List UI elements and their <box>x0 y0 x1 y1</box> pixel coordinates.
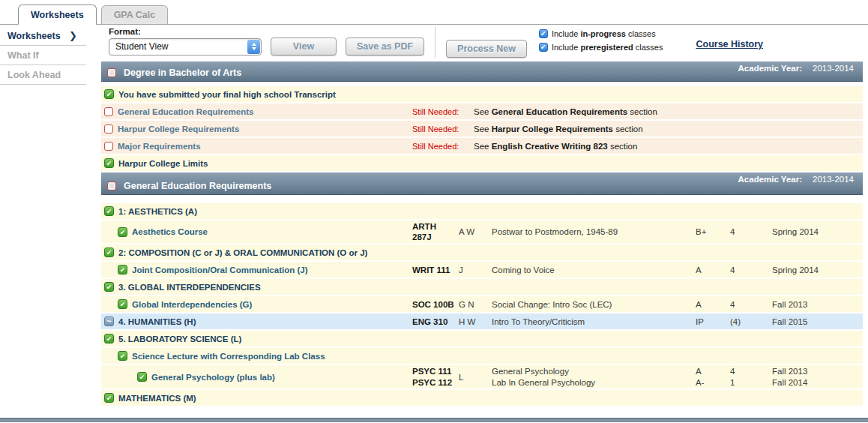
course-title: Social Change: Intro Soc (LEC) <box>492 299 691 310</box>
course-title: Coming to Voice <box>492 265 691 275</box>
include-option-label: Include preregistered classes <box>552 43 663 52</box>
status-complete-icon: ✔ <box>118 227 127 237</box>
course-grade: IP <box>696 316 726 327</box>
requirement-label-cell: ✔Joint Composition/Oral Communication (J… <box>101 265 412 274</box>
academic-year-label: Academic Year: <box>738 64 802 73</box>
toolbar: Format: Student View View Save as PDF Pr… <box>101 25 868 62</box>
course-term-cell: Fall 2013 <box>772 299 863 310</box>
status-complete-icon: ✔ <box>104 282 114 292</box>
checkbox-checked-icon[interactable]: ✔ <box>539 29 548 38</box>
course-code-cell: PSYC 111PSYC 112 <box>412 366 459 388</box>
status-empty-icon <box>104 142 113 151</box>
course-term: Spring 2014 <box>772 265 858 275</box>
gened-section: General Education Requirements Academic … <box>101 172 863 406</box>
course-credits-cell: 4 <box>730 226 772 237</box>
requirement-label-cell: ✔MATHEMATICS (M) <box>101 393 412 403</box>
status-complete-icon: ✔ <box>104 89 114 99</box>
course-row: ✔Aesthetics CourseARTH 287JA WPostwar to… <box>101 220 863 243</box>
status-complete-icon: ✔ <box>104 334 114 344</box>
requirement-label: Major Requirements <box>118 142 201 151</box>
course-code: ENG 310 <box>412 316 454 327</box>
course-term: Fall 2013 <box>772 366 858 376</box>
section-checkbox-icon <box>107 182 116 190</box>
toolbar-divider <box>435 27 435 58</box>
course-grade: A <box>696 265 726 275</box>
tab-worksheets[interactable]: Worksheets <box>18 4 97 25</box>
select-stepper-icon[interactable] <box>247 40 260 54</box>
still-needed-label: Still Needed: <box>412 107 474 116</box>
format-select[interactable]: Student View <box>109 38 262 56</box>
status-empty-icon <box>104 107 113 116</box>
requirement-label-cell: ✔1: AESTHETICS (A) <box>101 206 412 216</box>
section-checkbox-icon <box>107 68 116 77</box>
course-title-cell: Social Change: Intro Soc (LEC) <box>492 299 696 310</box>
sidebar-item-label: Look Ahead <box>7 70 61 80</box>
course-grade: A <box>696 366 726 376</box>
course-term-cell: Fall 2013Fall 2014 <box>772 366 863 388</box>
requirement-label: Harpur College Requirements <box>118 124 239 134</box>
still-needed-detail: See English Creative Writing 823 section <box>474 142 863 151</box>
sidebar-item-label: What If <box>7 50 39 61</box>
requirement-label-cell: Harpur College Requirements <box>101 124 412 134</box>
requirement-label: Harpur College Limits <box>118 159 208 168</box>
course-row: ✔Global Interdependencies (G)SOC 100BG N… <box>101 296 863 312</box>
requirement-label-cell: ✔Aesthetics Course <box>101 227 412 237</box>
course-code-cell: WRIT 111 <box>412 265 459 275</box>
course-grade-cell: AA- <box>696 366 730 388</box>
requirement-label: Joint Composition/Oral Communication (J) <box>132 266 307 274</box>
requirement-label-cell: ✔You have submitted your final high scho… <box>101 89 412 99</box>
sidebar-item-worksheets[interactable]: Worksheets❯ <box>0 26 86 46</box>
course-code-cell: ENG 310 <box>412 316 459 327</box>
academic-year: Academic Year:2013-2014 <box>738 175 854 184</box>
requirement-label-cell: ✔Global Interdependencies (G) <box>101 299 412 309</box>
course-attributes-cell: L <box>459 371 492 382</box>
requirement-label-cell: ✔2: COMPOSITION (C or J) & ORAL COMMUNIC… <box>101 248 412 257</box>
still-needed-detail: See General Education Requirements secti… <box>474 107 863 116</box>
course-credits-cell: 41 <box>730 366 772 388</box>
requirement-label: Global Interdependencies (G) <box>132 300 252 309</box>
include-options: ✔Include in-progress classes✔Include pre… <box>539 29 663 52</box>
course-attributes-cell: A W <box>459 226 492 237</box>
view-button[interactable]: View <box>271 38 337 56</box>
course-code: ARTH 287J <box>412 221 454 242</box>
course-title-cell: Intro To Theory/Criticism <box>492 316 696 327</box>
course-credits: 1 <box>730 377 768 388</box>
process-new-button[interactable]: Process New <box>446 40 527 58</box>
sidebar-item-look-ahead[interactable]: Look Ahead <box>0 65 86 85</box>
course-code-cell: ARTH 287J <box>412 221 459 242</box>
status-complete-icon: ✔ <box>118 351 127 361</box>
course-row: ✔General Psychology (plus lab)PSYC 111PS… <box>101 365 863 388</box>
course-term-cell: Fall 2015 <box>772 316 863 327</box>
course-title: Intro To Theory/Criticism <box>492 316 691 327</box>
requirement-row: General Education RequirementsStill Need… <box>101 104 863 119</box>
save-as-pdf-button[interactable]: Save as PDF <box>346 38 424 56</box>
course-row: ✔3. GLOBAL INTERDEPENDENCIES <box>101 279 863 295</box>
include-preregistered-option[interactable]: ✔Include preregistered classes <box>539 43 663 52</box>
requirement-label: 3. GLOBAL INTERDEPENDENCIES <box>118 283 261 292</box>
course-title-cell: Postwar to Postmodern, 1945-89 <box>492 226 696 237</box>
checkbox-checked-icon[interactable]: ✔ <box>539 43 548 52</box>
course-code: WRIT 111 <box>412 265 454 275</box>
degree-rows: ✔You have submitted your final high scho… <box>101 86 863 171</box>
status-complete-icon: ✔ <box>118 265 127 274</box>
sidebar-item-label: Worksheets <box>7 31 61 41</box>
format-select-value: Student View <box>115 41 169 52</box>
horizontal-scrollbar[interactable] <box>0 418 868 422</box>
include-in-progress-option[interactable]: ✔Include in-progress classes <box>539 29 663 38</box>
course-credits-cell: (4) <box>730 316 772 327</box>
course-credits: 4 <box>730 265 768 275</box>
sidebar-item-what-if[interactable]: What If <box>0 46 86 65</box>
course-row: ✔Joint Composition/Oral Communication (J… <box>101 262 863 278</box>
academic-year-value: 2013-2014 <box>813 175 854 184</box>
course-row: ✔5. LABORATORY SCIENCE (L) <box>101 331 863 346</box>
requirement-row: Major RequirementsStill Needed:See Engli… <box>101 138 863 154</box>
tab-gpa-calc[interactable]: GPA Calc <box>101 5 169 24</box>
course-attributes: A W <box>459 226 487 237</box>
gened-section-title: General Education Requirements <box>124 181 271 191</box>
status-complete-icon: ✔ <box>104 206 114 216</box>
course-credits-cell: 4 <box>730 265 772 275</box>
chevron-right-icon: ❯ <box>69 30 77 41</box>
course-history-link[interactable]: Course History <box>696 39 763 50</box>
course-attributes: G N <box>459 299 487 310</box>
course-attributes-cell: H W <box>459 316 492 327</box>
